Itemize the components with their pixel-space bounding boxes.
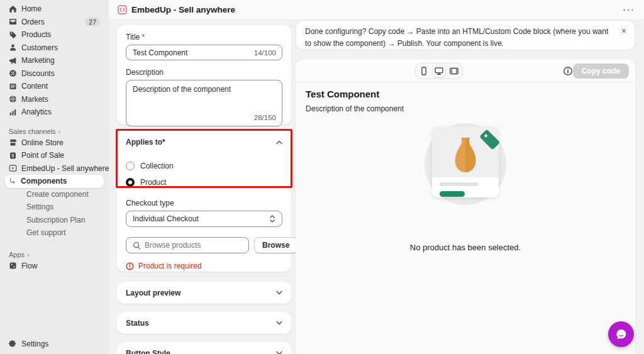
button-placeholder-pill	[440, 191, 465, 197]
orders-icon	[9, 18, 17, 26]
info-banner: Done configuring? Copy code → Paste into…	[296, 20, 635, 50]
sidebar-item-label: Content	[21, 82, 48, 91]
overflow-menu-button[interactable]: ···	[623, 5, 636, 14]
layout-preview-section[interactable]: Layout preview	[117, 282, 291, 304]
radio-unselected-icon[interactable]	[126, 162, 135, 170]
chevron-right-icon: ›	[27, 251, 30, 258]
browse-products-input[interactable]	[145, 241, 242, 250]
apps-section-label[interactable]: Apps ›	[5, 250, 104, 260]
megaphone-icon	[9, 57, 17, 65]
info-icon	[563, 66, 573, 76]
sidebar-item-customers[interactable]: Customers	[5, 41, 104, 55]
flow-app-icon	[9, 262, 17, 270]
main-content: Title * 14/100 Description Description o…	[109, 19, 644, 354]
required-asterisk: *	[142, 33, 145, 41]
sidebar-item-label: Products	[21, 30, 51, 39]
chat-widget-button[interactable]	[608, 321, 634, 347]
applies-to-card: Applies to* Collection Product Checkout …	[117, 130, 291, 272]
chevron-right-icon: ›	[58, 128, 61, 135]
device-mobile-button[interactable]	[417, 65, 431, 77]
close-icon[interactable]: ×	[621, 26, 626, 35]
checkout-type-select[interactable]: Individual Checkout	[126, 211, 282, 227]
sidebar-item-label: Point of Sale	[21, 151, 64, 160]
section-label: Status	[126, 319, 149, 328]
sidebar-item-label: Home	[21, 4, 42, 13]
preview-component-title: Test Component	[306, 89, 625, 99]
radio-selected-icon[interactable]	[126, 178, 135, 187]
sidebar-item-point-of-sale[interactable]: $ Point of Sale	[5, 149, 104, 162]
elbow-arrow-icon	[9, 177, 16, 185]
component-form: Title * 14/100 Description Description o…	[117, 25, 291, 354]
description-char-counter: 28/150	[254, 114, 276, 121]
error-alert-icon	[126, 262, 134, 270]
sidebar-item-label: Create component	[26, 190, 89, 199]
title-char-counter: 14/100	[254, 49, 276, 57]
checkout-type-label: Checkout type	[126, 199, 282, 207]
sidebar-item-analytics[interactable]: Analytics	[5, 106, 104, 119]
sidebar-item-subscription-plan[interactable]: Subscription Plan	[5, 214, 104, 227]
mobile-icon	[419, 66, 429, 76]
radio-option-collection[interactable]: Collection	[126, 161, 282, 171]
product-image-placeholder	[432, 126, 499, 177]
empty-product-illustration	[415, 122, 516, 235]
sidebar-item-components[interactable]: Components	[5, 175, 104, 188]
device-tablet-button[interactable]	[447, 65, 461, 77]
sidebar-item-app-settings[interactable]: Settings	[5, 201, 104, 214]
product-required-error: Product is required	[126, 262, 282, 270]
chevron-up-icon	[276, 140, 282, 145]
sidebar-item-embedup[interactable]: EmbedUp - Sell anywhere	[5, 162, 104, 175]
description-label: Description	[126, 68, 282, 77]
sales-channels-section-label[interactable]: Sales channels ›	[5, 126, 104, 136]
browse-products-searchbox[interactable]	[126, 237, 249, 253]
sidebar-item-label: Markets	[21, 95, 48, 104]
sidebar-item-orders[interactable]: Orders 27	[5, 16, 104, 29]
sidebar-item-discounts[interactable]: Discounts	[5, 67, 104, 80]
device-desktop-button[interactable]	[432, 65, 446, 77]
info-button[interactable]	[563, 66, 573, 76]
globe-icon	[9, 95, 17, 103]
sidebar-item-label: Components	[21, 177, 67, 185]
sidebar-item-label: Settings	[26, 202, 53, 211]
gear-icon	[9, 340, 17, 348]
home-icon	[9, 5, 17, 13]
applies-to-label: Applies to*	[126, 138, 165, 147]
sidebar-item-get-support[interactable]: Get support	[5, 226, 104, 240]
tablet-landscape-icon	[449, 66, 459, 76]
storefront-icon	[9, 138, 17, 147]
checkout-type-value: Individual Checkout	[133, 214, 199, 223]
sidebar-item-label: EmbedUp - Sell anywhere	[21, 164, 109, 173]
document-icon	[9, 82, 17, 91]
sidebar-item-create-component[interactable]: Create component	[5, 188, 104, 201]
price-tag-icon	[477, 128, 502, 153]
sidebar-item-online-store[interactable]: Online Store	[5, 136, 104, 150]
sidebar-item-label: Orders	[21, 18, 45, 26]
device-toggle-group	[415, 63, 463, 79]
radio-option-product[interactable]: Product	[126, 177, 282, 187]
sidebar-item-label: Settings	[21, 340, 48, 348]
sidebar-item-content[interactable]: Content	[5, 80, 104, 93]
desktop-icon	[434, 66, 444, 76]
discount-badge-icon	[9, 69, 17, 77]
radio-label: Product	[140, 178, 166, 187]
applies-to-header[interactable]: Applies to*	[126, 138, 282, 147]
sidebar-item-flow[interactable]: Flow	[5, 260, 104, 273]
sidebar-item-products[interactable]: Products	[5, 28, 104, 41]
button-style-section[interactable]: Button Style	[117, 342, 291, 354]
sidebar-item-home[interactable]: Home	[5, 3, 104, 16]
empty-state-message: No product has been selected.	[306, 243, 625, 252]
sidebar-item-markets[interactable]: Markets	[5, 93, 104, 106]
status-section[interactable]: Status	[117, 312, 291, 334]
chevron-down-icon	[276, 290, 282, 295]
sidebar-item-settings[interactable]: Settings	[5, 338, 104, 351]
bar-chart-icon	[9, 108, 17, 116]
radio-label: Collection	[140, 162, 174, 170]
sidebar-item-label: Flow	[21, 262, 37, 270]
browse-button[interactable]: Browse	[254, 237, 297, 253]
person-icon	[9, 43, 17, 52]
orders-count-badge: 27	[85, 17, 100, 26]
sidebar-item-label: Discounts	[21, 69, 55, 78]
sidebar-item-marketing[interactable]: Marketing	[5, 54, 104, 67]
copy-code-button[interactable]: Copy code	[573, 64, 629, 79]
tag-icon	[9, 31, 17, 39]
sidebar-item-label: Analytics	[21, 108, 52, 116]
